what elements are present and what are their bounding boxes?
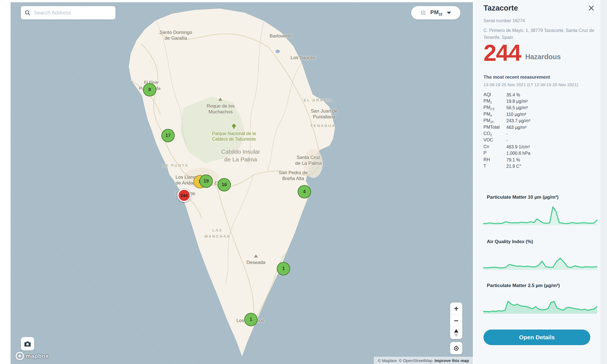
geolocate-target-icon xyxy=(453,345,460,351)
pm10-chart-block: Particulate Matter 10 µm (µg/m³) xyxy=(483,195,597,226)
station-marker-17[interactable]: 17 xyxy=(161,129,175,142)
measurement-row-pm25: PM2,556.5 µg/m³ xyxy=(483,105,597,111)
station-marker-19[interactable]: 19 xyxy=(199,174,213,188)
aqi-value: 244 xyxy=(483,41,521,64)
station-marker-244-selected[interactable]: 244 xyxy=(177,189,191,202)
station-address: C. Primero de Mayo, 1, 38779 Tazacorte, … xyxy=(483,27,595,41)
measurement-table: AQI35.4 % PM119.8 µg/m³ PM2,556.5 µg/m³ … xyxy=(483,92,597,170)
station-marker-16[interactable]: 16 xyxy=(218,178,231,191)
map-canvas[interactable]: Santo Domingo de Garafía Barlovento Los … xyxy=(11,2,473,364)
mountain-peak-icon xyxy=(254,255,258,258)
chevron-down-icon xyxy=(447,12,451,14)
mapbox-logo-icon xyxy=(16,352,24,360)
map-label-santa-cruz-de-la-palma: Santa Cruz de La Palma xyxy=(295,154,322,166)
measurement-row-temperature: T21.9 C° xyxy=(483,163,597,169)
aqi-chart-title: Air Quality Index (%) xyxy=(483,239,597,245)
pm25-sparkline-chart xyxy=(483,292,597,315)
measurement-row-voc: VOC- xyxy=(483,137,597,144)
marker-value: 19 xyxy=(204,178,209,184)
map-label-cabildo-insular: Cabildo Insular de La Palma xyxy=(221,148,260,164)
improve-map-link[interactable]: Improve this map xyxy=(435,358,469,363)
pollutant-layer-selector[interactable]: PM10 xyxy=(411,6,460,19)
aqi-display: 244 Hazardous xyxy=(483,41,561,64)
recent-measurement-heading: The most recent measurement xyxy=(483,74,550,80)
mapbox-attribution-link[interactable]: © Mapbox xyxy=(378,358,397,363)
osm-attribution-link[interactable]: © OpenStreetMap xyxy=(399,358,433,363)
address-search-box xyxy=(21,6,115,19)
mountain-peak-icon xyxy=(218,98,222,101)
map-label-san-juan-de-puntallana: San Juan de Puntallana xyxy=(311,108,337,120)
pond xyxy=(275,50,280,53)
station-name-title: Tazacorte xyxy=(483,4,518,13)
marker-value: 8 xyxy=(148,87,151,93)
measurement-row-cn: Cn463.9 1/cm³ xyxy=(483,144,597,150)
park-tree-icon xyxy=(231,124,236,131)
marker-value: 17 xyxy=(166,133,171,138)
mapbox-logo[interactable]: mapbox xyxy=(16,352,49,360)
map-label-roque-de-los-muchachos: Roque de los Muchachos xyxy=(207,103,235,115)
measurement-row-pm10: PM10243.7 µg/m³ xyxy=(483,118,597,124)
marker-value: 16 xyxy=(222,182,227,188)
map-label-el-granel: EL GRANEL xyxy=(304,97,334,103)
marker-value: 244 xyxy=(181,193,187,198)
compass-south-icon xyxy=(454,333,458,337)
camera-icon xyxy=(24,341,31,347)
aqi-sparkline-chart xyxy=(483,248,597,271)
measurement-row-humidity: RH79.1 % xyxy=(483,157,597,163)
measurement-row-pm4: PM4110 µg/m³ xyxy=(483,111,597,118)
station-marker-8[interactable]: 8 xyxy=(143,83,156,96)
measurement-row-pm1: PM119.8 µg/m³ xyxy=(483,98,597,104)
compass-north-icon xyxy=(454,329,458,333)
open-details-button[interactable]: Open Details xyxy=(483,330,590,345)
mapbox-logo-text: mapbox xyxy=(26,353,49,359)
station-marker-1-east[interactable]: 1 xyxy=(277,262,290,275)
map-label-barlovento: Barlovento xyxy=(270,33,292,39)
screenshot-button[interactable] xyxy=(21,337,34,350)
pm25-chart-block: Particulate Matter 2.5 µm (µg/m³) xyxy=(483,283,597,315)
map-label-deseada: Deseada xyxy=(246,260,265,265)
particles-icon xyxy=(420,10,426,16)
aqi-category-label: Hazardous xyxy=(525,53,561,61)
pm10-chart-title: Particulate Matter 10 µm (µg/m³) xyxy=(483,195,597,200)
marker-value: 4 xyxy=(303,189,305,195)
station-marker-4[interactable]: 4 xyxy=(298,185,311,198)
search-input[interactable] xyxy=(33,9,112,16)
zoom-in-button[interactable]: + xyxy=(450,303,462,315)
compass-reset-bearing-button[interactable] xyxy=(450,327,462,339)
search-icon xyxy=(25,10,30,16)
air-quality-map-app: { "search": { "placeholder": "Search Add… xyxy=(0,0,607,364)
map-zoom-controls: + − xyxy=(450,303,462,339)
marker-value: 1 xyxy=(250,317,252,322)
map-attribution: © Mapbox © OpenStreetMap Improve this ma… xyxy=(374,357,473,364)
map-label-parque-nacional: Parque Nacional de la Caldera de Taburie… xyxy=(212,131,256,142)
measurement-row-pressure: P1,000.6 hPa xyxy=(483,150,597,157)
map-label-tenagua: TENAGUA xyxy=(310,123,336,129)
station-marker-1-south[interactable]: 1 xyxy=(244,313,258,326)
geolocate-button[interactable] xyxy=(450,342,462,354)
station-detail-panel: Tazacorte Serial number 16274 C. Primero… xyxy=(475,0,607,364)
map-label-la-punta: LA PUNTA xyxy=(162,163,189,169)
pm10-sparkline-chart xyxy=(483,203,597,226)
panel-scrollbar[interactable] xyxy=(601,0,607,364)
map-label-santo-domingo: Santo Domingo de Garafía xyxy=(159,29,192,41)
station-serial-number: Serial number 16274 xyxy=(483,18,525,23)
map-label-las-manchas: LAS MANCHAS xyxy=(204,227,230,240)
aqi-chart-block: Air Quality Index (%) xyxy=(483,239,597,271)
map-label-san-pedro-brena-alta: San Pedro de Breña Alta xyxy=(279,170,308,182)
map-base-layer xyxy=(11,2,473,364)
measurement-row-co2: CO2- xyxy=(483,131,597,137)
marker-value: 1 xyxy=(282,266,285,271)
close-panel-button[interactable] xyxy=(588,4,595,12)
measurement-row-pmtotal: PMTotal463 µg/m³ xyxy=(483,124,597,131)
pm25-chart-title: Particulate Matter 2.5 µm (µg/m³) xyxy=(483,283,597,288)
zoom-out-button[interactable]: − xyxy=(450,315,462,327)
measurement-row-aqi: AQI35.4 % xyxy=(483,92,597,98)
selected-layer-label: PM10 xyxy=(430,9,442,16)
measurement-timestamp: 13:38:19 25 Nov 2021 (LT 12:38:19 25 Nov… xyxy=(483,82,578,87)
map-label-los-sauces: Los Sauces xyxy=(291,55,315,61)
